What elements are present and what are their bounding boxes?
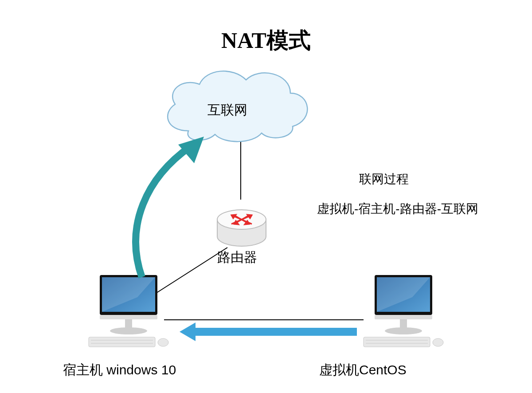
svg-rect-28 (364, 337, 430, 347)
desktop-computer-icon (84, 271, 173, 355)
svg-point-31 (433, 338, 443, 346)
svg-rect-19 (89, 337, 155, 347)
host-label: 宿主机 windows 10 (63, 361, 176, 379)
arrow-left-icon (180, 326, 357, 338)
svg-point-22 (158, 338, 168, 346)
process-heading: 联网过程 (359, 171, 409, 188)
process-path: 虚拟机-宿主机-路由器-互联网 (317, 200, 478, 217)
diagram-stage: NAT模式 互联网 (0, 0, 532, 393)
svg-rect-25 (375, 315, 432, 319)
desktop-computer-icon (359, 271, 448, 355)
svg-rect-16 (100, 315, 157, 319)
svg-point-27 (385, 327, 422, 334)
vm-label: 虚拟机CentOS (319, 361, 407, 379)
link-host-vm (164, 319, 364, 320)
link-cloud-router (240, 142, 241, 200)
svg-point-18 (110, 327, 147, 334)
diagram-title: NAT模式 (0, 26, 532, 55)
internet-label: 互联网 (207, 101, 247, 119)
curved-arrow-up-icon (129, 129, 226, 279)
